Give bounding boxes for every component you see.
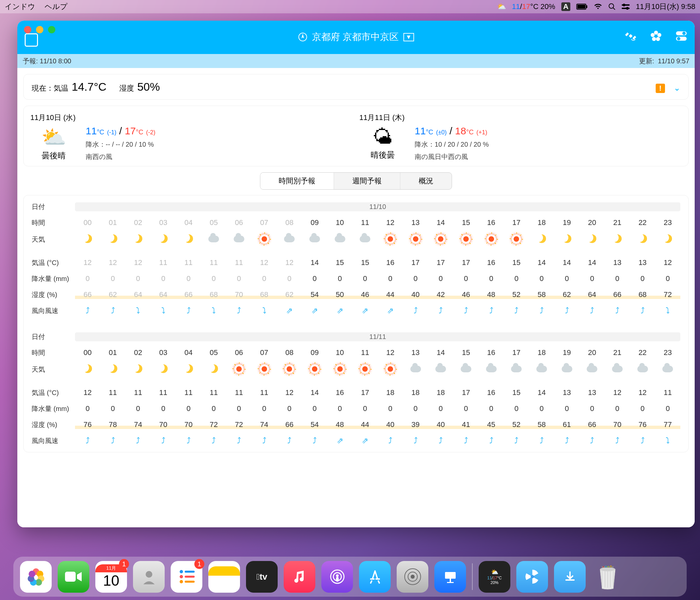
weather-cell bbox=[529, 363, 554, 376]
temp-cell: 14 bbox=[302, 258, 327, 267]
now-card[interactable]: 現在：気温 14.7°C 湿度 50% ! ⌄ bbox=[23, 74, 689, 100]
high-temp: 18 bbox=[455, 125, 466, 136]
moon-icon bbox=[159, 234, 168, 243]
settings-toggle-icon[interactable] bbox=[675, 29, 688, 43]
wifi-icon[interactable] bbox=[594, 3, 602, 10]
temp-cell: 18 bbox=[428, 388, 453, 397]
cloud-icon bbox=[612, 366, 623, 372]
moon-icon bbox=[83, 364, 92, 373]
temp-cell: 17 bbox=[453, 258, 479, 267]
dock-notes[interactable] bbox=[208, 561, 240, 593]
humidity-cell: 58 bbox=[529, 290, 554, 299]
hour-cell: 02 bbox=[125, 348, 151, 357]
expand-chevron-icon[interactable]: ⌄ bbox=[674, 83, 680, 93]
satellite-icon[interactable] bbox=[624, 29, 638, 43]
dock-music[interactable] bbox=[284, 561, 315, 593]
location-dropdown[interactable]: ▼ bbox=[403, 33, 414, 41]
dock-appstore[interactable] bbox=[359, 561, 391, 593]
temp-cell: 13 bbox=[605, 258, 630, 267]
precip-cell: 0 bbox=[655, 274, 680, 283]
weather-cell bbox=[252, 363, 277, 376]
warning-icon[interactable]: ! bbox=[656, 84, 665, 93]
hour-cell: 14 bbox=[428, 218, 453, 227]
today-button[interactable] bbox=[25, 33, 38, 47]
dock-keynote[interactable] bbox=[434, 561, 466, 593]
hour-cell: 17 bbox=[504, 348, 529, 357]
dock-trash[interactable] bbox=[592, 561, 623, 593]
low-diff: (±0) bbox=[436, 129, 447, 136]
temp-cell: 15 bbox=[327, 258, 353, 267]
weather-cell bbox=[428, 233, 453, 246]
wind-cell: ⤴ bbox=[554, 436, 580, 445]
minimize-button[interactable] bbox=[36, 26, 43, 33]
temp-cell: 12 bbox=[75, 388, 100, 397]
tab-hourly[interactable]: 時間別予報 bbox=[260, 173, 334, 189]
dock-weather-widget[interactable]: ⛅ 11/17°C 20% bbox=[479, 561, 510, 593]
traffic-lights bbox=[24, 26, 55, 33]
label-wind: 風向風速 bbox=[32, 436, 75, 445]
weather-cell bbox=[125, 233, 151, 246]
menubar-weather-icon[interactable]: ⛅ bbox=[497, 2, 506, 11]
menu-window[interactable]: インドウ bbox=[5, 2, 35, 12]
spotlight-icon[interactable] bbox=[608, 3, 616, 10]
humidity-cell: 66 bbox=[176, 290, 201, 299]
dock-shortcut-fan[interactable] bbox=[516, 561, 548, 593]
temp-cell: 12 bbox=[100, 258, 126, 267]
wind-cell: ⤴ bbox=[151, 436, 176, 445]
dock-contacts[interactable] bbox=[133, 561, 165, 593]
tab-weekly[interactable]: 週間予報 bbox=[334, 173, 400, 189]
label-date: 日付 bbox=[32, 202, 75, 211]
tab-overview[interactable]: 概況 bbox=[400, 173, 452, 189]
hour-cell: 06 bbox=[226, 218, 252, 227]
temp-cell: 11 bbox=[125, 388, 151, 397]
weather-cell bbox=[605, 233, 630, 246]
precip-cell: 0 bbox=[378, 404, 403, 413]
precip-cell: 0 bbox=[75, 274, 100, 283]
label-temp: 気温 (°C) bbox=[32, 258, 75, 267]
sakura-icon[interactable] bbox=[649, 29, 662, 43]
hour-cell: 21 bbox=[605, 348, 630, 357]
weather-cell bbox=[655, 363, 680, 376]
dock-appletv[interactable]: tv bbox=[246, 561, 278, 593]
svg-point-48 bbox=[531, 575, 534, 578]
wind-cell: ⤴ bbox=[428, 306, 453, 315]
wind-cell: ⤴ bbox=[453, 306, 479, 315]
hour-cell: 05 bbox=[201, 348, 226, 357]
precip-cell: 0 bbox=[453, 404, 479, 413]
menu-help[interactable]: ヘルプ bbox=[45, 2, 68, 12]
fullscreen-button[interactable] bbox=[48, 26, 55, 33]
wind-cell: ⇗ bbox=[277, 306, 302, 315]
wind-cell: ⤵ bbox=[655, 306, 680, 315]
temp-cell: 14 bbox=[579, 258, 605, 267]
hour-cell: 04 bbox=[176, 218, 201, 227]
dock-podcasts[interactable] bbox=[321, 561, 353, 593]
temp-cell: 12 bbox=[277, 258, 302, 267]
svg-line-4 bbox=[613, 8, 615, 10]
battery-icon[interactable] bbox=[576, 4, 588, 10]
cloud-icon bbox=[360, 236, 370, 242]
precip-cell: 0 bbox=[277, 404, 302, 413]
cloud-icon bbox=[284, 236, 295, 242]
menubar-weather[interactable]: 11/17°C 20% bbox=[512, 2, 555, 11]
hour-cell: 13 bbox=[403, 348, 428, 357]
hour-cell: 08 bbox=[277, 218, 302, 227]
humidity-cell: 41 bbox=[453, 420, 479, 429]
label-precip: 降水量 (mm) bbox=[32, 274, 75, 283]
wind-cell: ⤴ bbox=[479, 436, 504, 445]
dock-calendar[interactable]: 11月 10 1 bbox=[95, 561, 127, 593]
temp-cell: 14 bbox=[554, 258, 580, 267]
weather-cell bbox=[226, 363, 252, 376]
dock-settings[interactable] bbox=[397, 561, 428, 593]
wind-value: 南の風日中西の風 bbox=[415, 152, 489, 161]
input-source-indicator[interactable]: A bbox=[561, 2, 571, 11]
control-center-icon[interactable] bbox=[622, 4, 630, 10]
wind-cell: ⤵ bbox=[655, 436, 680, 445]
precip-cell: 0 bbox=[403, 404, 428, 413]
menubar-clock[interactable]: 11月10日(水) 9:58 bbox=[636, 2, 695, 12]
dock-facetime[interactable] bbox=[58, 561, 89, 593]
dock-reminders[interactable]: 1 bbox=[171, 561, 202, 593]
close-button[interactable] bbox=[24, 26, 31, 33]
dock-downloads[interactable] bbox=[554, 561, 586, 593]
titlebar: 京都府 京都市中京区 ▼ bbox=[17, 21, 695, 54]
dock-photos[interactable] bbox=[20, 561, 52, 593]
